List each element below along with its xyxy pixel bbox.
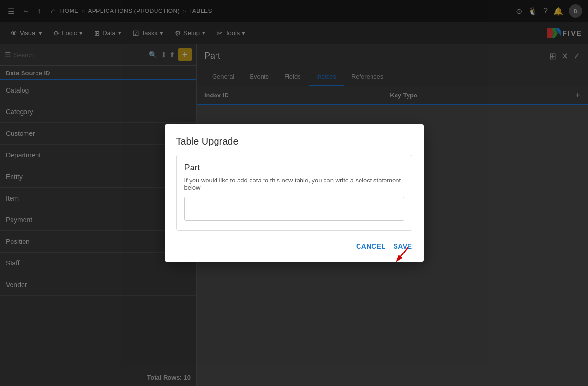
cancel-button[interactable]: CANCEL: [356, 242, 385, 250]
save-button[interactable]: SAVE: [393, 242, 412, 250]
dialog-title: Table Upgrade: [176, 136, 412, 147]
overlay: Table Upgrade Part If you would like to …: [0, 0, 588, 386]
table-upgrade-dialog: Table Upgrade Part If you would like to …: [165, 124, 424, 262]
dialog-actions: CANCEL SAVE: [176, 239, 412, 250]
select-statement-input[interactable]: [184, 197, 404, 221]
dialog-card-desc: If you would like to add data to this ne…: [184, 177, 404, 191]
dialog-card: Part If you would like to add data to th…: [176, 155, 412, 231]
dialog-card-title: Part: [184, 163, 404, 173]
